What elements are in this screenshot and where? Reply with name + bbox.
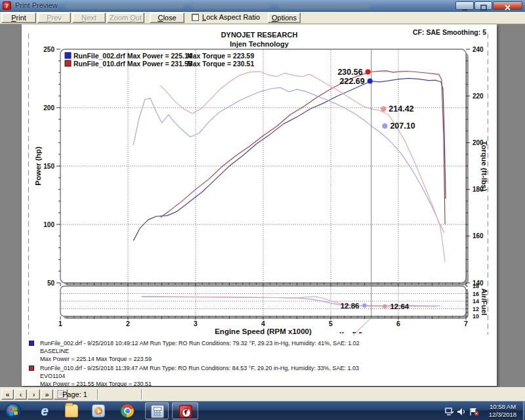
network-tray-icon[interactable] [445,407,454,419]
prev-page-button[interactable]: ‹ [14,389,27,400]
action-center-tray-icon[interactable] [469,407,479,419]
run-info-baseline: RunFile_002.drf - 9/25/2018 10:49:12 AM … [29,339,360,363]
airfuel-tick-label: 14 [472,298,479,304]
calculator-icon [151,405,164,418]
winpep-app-icon: 7 [3,1,11,10]
power-tick-label: 150 [43,163,54,170]
media-player-icon[interactable] [92,404,105,417]
airfuel-axis-title: Air/Fuel [480,289,488,316]
page-number-label: Page: 1 [62,390,87,398]
clock-time: 10:58 AM [484,403,521,411]
taskbar-clock[interactable]: 10:58 AM 12/3/2018 [484,403,521,419]
marker-dot [362,303,366,307]
rpm-tick-label: 3 [194,320,198,327]
winpep-taskbar-button[interactable]: 7 [172,402,198,419]
power-tick-label: 50 [47,280,55,287]
airfuel-tick-label: 18 [472,283,479,289]
first-page-button[interactable]: « [1,389,14,400]
marker-value-label: 222.69 [340,77,365,86]
winpep-seven: 7 [180,406,193,417]
next-button[interactable]: Next [72,12,106,23]
statusbar-divider [97,389,98,400]
statusbar: « ‹ › » Page: 1 [0,387,525,401]
marker-value-label: 230.56 [337,68,362,77]
rpm-axis-title: Engine Speed (RPM x1000) [215,327,312,335]
marker-value-label: 207.10 [390,121,415,131]
legend-swatch [65,52,71,58]
marker-dot [366,70,371,75]
lock-aspect-ratio-checkbox[interactable]: Lock Aspect Ratio [192,13,260,22]
marker-dot [381,106,386,112]
rpm-tick-label: 4 [261,320,265,327]
dyno-chart: 2502001501005024022020018016014018161412… [22,24,497,386]
clock-date: 12/3/2018 [484,411,521,419]
titlebar: 7 Print Preview [0,0,525,12]
torque-tick-label: 220 [472,93,484,100]
torque-tick-label: 160 [472,232,484,240]
power-tick-label: 100 [43,221,54,228]
run-info-line: EVO1104 [40,372,359,380]
close-preview-button[interactable]: Close [150,12,184,23]
print-button[interactable]: Print [1,12,36,23]
run-info-line: Max Power = 231.55 Max Torque = 230.51 [40,380,359,388]
close-window-button[interactable] [493,1,522,10]
calculator-taskbar-button[interactable] [145,402,169,419]
play-icon [98,410,101,413]
legend-entry: RunFile_002.drf Max Power = 225.14Max To… [74,52,254,60]
minimize-button[interactable] [455,1,474,10]
run-info-line: Max Power = 225.14 Max Torque = 223.59 [40,355,360,363]
power-axis-title: Power (hp) [34,146,42,186]
preview-area: DYNOJET RESEARCH Injen Technology CF: SA… [0,24,525,387]
rpm-tick-label: 2 [126,320,130,327]
run-info-evo1104: RunFile_010.drf - 9/25/2018 11:39:47 AM … [29,364,359,388]
print-preview-toolbar: Print Prev Next Zoom Out Close Close Loc… [0,12,525,24]
checkbox-label: Lock Aspect Ratio [202,13,260,21]
windows-explorer-icon[interactable] [65,404,78,417]
rpm-tick-label: 5 [329,320,333,327]
internet-explorer-icon[interactable]: e [38,404,51,417]
legend-swatch [65,60,71,66]
chrome-icon[interactable] [121,404,134,417]
airfuel-tick-label: 16 [472,291,479,297]
run-info-line: RunFile_010.drf - 9/25/2018 11:39:47 AM … [40,364,359,372]
volume-tray-icon[interactable] [457,407,466,419]
airfuel-tick-label: 10 [472,313,479,320]
rpm-tick-label: 1 [58,320,62,327]
rpm-tick-label: 6 [396,320,400,327]
run-color-swatch [29,341,34,346]
run-info-line: RunFile_002.drf - 9/25/2018 10:49:12 AM … [40,339,360,347]
redacted-title-text [66,3,184,9]
options-button[interactable]: Options [268,12,301,23]
window-title: Print Preview [15,1,58,9]
rpm-tick-label: 7 [464,320,468,327]
marker-dot [382,123,387,129]
report-page: DYNOJET RESEARCH Injen Technology CF: SA… [22,24,497,386]
prev-button[interactable]: Prev [37,12,71,23]
power-tick-label: 200 [43,104,54,112]
redacted-title-text [192,3,270,9]
redacted-title-text [278,3,370,9]
marker-value-label: 214.42 [388,104,413,114]
taskbar: e 7 10:58 AM 12/3/2018 [0,401,525,420]
marker-dot [383,304,387,308]
report-subtitle: Injen Technology [22,40,497,48]
airfuel-tick-label: 12 [472,306,479,312]
marker-value-label: 12.86 [341,302,360,310]
statusbar-divider [141,389,142,400]
run-color-swatch [29,366,34,371]
last-page-button[interactable]: » [41,389,53,400]
winpep-icon: 7 [179,405,192,418]
start-button[interactable] [5,403,22,419]
correction-factor-label: CF: SAE Smoothing: 5 [413,28,486,36]
legend-entry: RunFile_010.drf Max Power = 231.55Max To… [74,60,254,68]
next-page-button[interactable]: › [28,389,40,400]
restore-button[interactable] [474,1,492,10]
marker-dot [368,79,373,84]
screen: 7 Print Preview Print Prev Next Zoom Out… [0,0,525,420]
checkbox-box[interactable] [192,14,199,21]
zoom-out-button[interactable]: Zoom Out [107,12,144,23]
marker-value-label: 12.64 [390,303,409,310]
torque-axis-title: Torque (ft-lbs) [480,140,488,191]
cursor-x-label: X = 5.6 [339,331,362,339]
run-info-line: BASELINE [40,347,360,355]
